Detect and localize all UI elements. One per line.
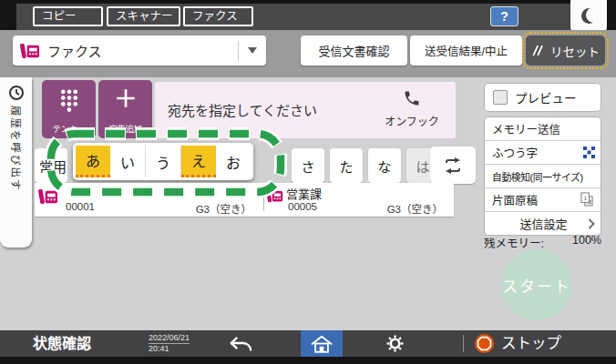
- settings-group: メモリー送信 ふつう字 自動検知(同一サイズ) 片面原稿 2 1: [484, 116, 601, 236]
- tenkey-button[interactable]: テンキー: [42, 80, 96, 138]
- onhook-label: オンフック: [379, 113, 445, 128]
- tab-copy-label: コピー: [42, 10, 77, 23]
- datetime-display: 2022/06/21 20:41: [149, 333, 190, 353]
- chevron-right-icon: [588, 218, 595, 229]
- setting-resolution[interactable]: ふつう字: [485, 141, 601, 165]
- kana-tab-na[interactable]: な: [368, 148, 401, 183]
- keypad-dots-icon: [58, 88, 80, 112]
- home-button[interactable]: [301, 330, 343, 357]
- address-line-type: G3（空き）: [196, 201, 252, 216]
- main-content: 履歴を呼び出す テンキー 宛先追加 宛先を指定してください: [0, 77, 616, 330]
- stop-octagon-icon[interactable]: [474, 333, 495, 354]
- time-text: 20:41: [149, 344, 169, 353]
- fax-icon: [38, 187, 59, 206]
- clock-icon: [8, 85, 25, 101]
- date-text: 2022/06/21: [149, 333, 190, 344]
- kana-key-o[interactable]: お: [216, 146, 251, 177]
- stop-button[interactable]: ストップ: [501, 330, 561, 357]
- recall-history-label: 履歴を呼び出す: [9, 106, 24, 192]
- double-slash-icon: [531, 45, 544, 56]
- preview-toggle-button[interactable]: プレビュー: [484, 83, 601, 112]
- svg-text:1: 1: [584, 196, 587, 201]
- plus-icon: [116, 88, 136, 108]
- home-icon: [311, 335, 333, 353]
- app-selector-dropdown[interactable]: ファクス: [13, 35, 266, 66]
- address-number: 00001: [66, 201, 95, 212]
- check-received-docs-button[interactable]: 受信文書確認: [301, 35, 407, 66]
- recall-history-tab[interactable]: 履歴を呼び出す: [0, 77, 32, 248]
- preview-checkbox[interactable]: [493, 90, 508, 105]
- one-sided-pages-icon: 2 1: [580, 192, 595, 207]
- footer-divider: [463, 335, 464, 352]
- tab-fax-label: ファクス: [192, 10, 238, 23]
- destination-field[interactable]: 宛先を指定してください オンフック: [155, 82, 456, 138]
- swap-arrows-icon: [443, 157, 463, 175]
- tab-fax[interactable]: ファクス: [183, 6, 253, 26]
- resolution-dots-icon: [583, 147, 595, 158]
- chevron-down-icon: [239, 47, 266, 54]
- remaining-memory-value: 100%: [572, 234, 601, 251]
- energy-saver-button[interactable]: [570, 0, 607, 32]
- start-button[interactable]: スタート: [501, 249, 572, 320]
- tab-scanner[interactable]: スキャナー: [107, 6, 180, 26]
- destination-prompt: 宛先を指定してください: [168, 100, 317, 119]
- kana-tab-joyo[interactable]: 常用: [35, 148, 67, 183]
- remaining-memory: 残メモリー: 100%: [484, 234, 601, 251]
- kana-key-e[interactable]: え: [181, 146, 216, 177]
- function-toolbar: ファクス 受信文書確認 送受信結果/中止 リセット: [0, 30, 616, 77]
- kana-key-u[interactable]: う: [146, 146, 181, 177]
- top-app-bar: コピー スキャナー ファクス ?: [16, 4, 607, 30]
- fax-icon: [20, 41, 41, 60]
- address-line-type: G3（空き）: [387, 201, 443, 216]
- help-button[interactable]: ?: [490, 6, 518, 26]
- kana-tab-sa[interactable]: さ: [292, 148, 324, 183]
- kana-key-a[interactable]: あ: [76, 146, 110, 177]
- phone-handset-icon: [403, 89, 421, 107]
- onhook-button[interactable]: オンフック: [379, 89, 445, 128]
- crescent-moon-icon: [581, 8, 597, 24]
- app-selector-label: ファクス: [47, 41, 102, 60]
- reset-button[interactable]: リセット: [526, 35, 605, 66]
- address-entry-1[interactable]: 00001 G3（空き）: [35, 183, 262, 217]
- tab-copy[interactable]: コピー: [33, 6, 103, 26]
- address-entry-2[interactable]: 営業課 00005 G3（空き）: [264, 183, 454, 217]
- back-arrow-icon[interactable]: [228, 335, 253, 352]
- fax-icon: [266, 187, 284, 204]
- send-settings-button[interactable]: 送信設定: [485, 212, 601, 235]
- tenkey-label: テンキー: [52, 122, 85, 135]
- gear-icon[interactable]: [386, 335, 404, 352]
- address-name: 営業課: [286, 185, 322, 202]
- status-check-button[interactable]: 状態確認: [33, 330, 91, 357]
- setting-auto-detect[interactable]: 自動検知(同一サイズ): [485, 165, 601, 188]
- kana-key-i[interactable]: い: [110, 146, 146, 177]
- add-destination-label: 宛先追加: [108, 122, 141, 135]
- switch-display-button[interactable]: [430, 147, 476, 184]
- add-destination-button[interactable]: 宛先追加: [98, 80, 152, 138]
- kana-popup-row: あ い う え お: [73, 143, 253, 180]
- reset-label: リセット: [550, 42, 600, 60]
- fax-touchscreen: コピー スキャナー ファクス ? ファクス 受信文書確認 送受信結果/中止 リセ…: [0, 0, 616, 364]
- system-bar: 状態確認 2022/06/21 20:41: [0, 330, 616, 357]
- tab-scanner-label: スキャナー: [116, 10, 173, 23]
- tx-rx-results-cancel-button[interactable]: 送受信結果/中止: [410, 35, 522, 66]
- preview-label: プレビュー: [515, 88, 577, 106]
- address-number: 00005: [288, 201, 317, 212]
- kana-tab-ta[interactable]: た: [330, 148, 363, 183]
- setting-one-sided-original[interactable]: 片面原稿 2 1: [485, 188, 601, 212]
- setting-memory-transmission[interactable]: メモリー送信: [485, 117, 601, 141]
- address-list: 00001 G3（空き） 営業課 00005 G3（空き）: [35, 183, 454, 217]
